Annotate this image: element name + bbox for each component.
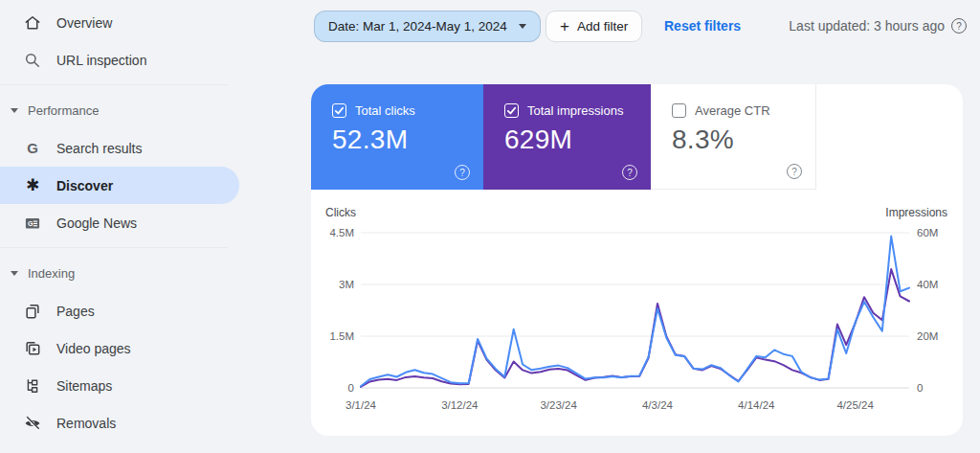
sidebar: Overview URL inspection Performance G Se… [0, 0, 287, 453]
video-pages-icon [23, 339, 42, 358]
sidebar-divider [0, 84, 228, 85]
axis-tick-label: 3M [311, 278, 354, 291]
help-icon[interactable]: ? [787, 164, 802, 179]
performance-panel: Total clicks 52.3M ? Total impressions 6… [311, 84, 963, 436]
chevron-down-icon [519, 24, 526, 29]
sidebar-item-search-results[interactable]: G Search results [0, 129, 287, 167]
sitemaps-icon [23, 376, 42, 396]
sidebar-item-pages[interactable]: Pages [0, 292, 287, 329]
sidebar-item-label: Google News [56, 215, 137, 231]
total-clicks-card[interactable]: Total clicks 52.3M ? [311, 84, 483, 190]
x-axis-tick-label: 3/12/24 [441, 399, 478, 411]
home-icon [23, 13, 42, 33]
x-axis-tick-label: 3/1/24 [345, 399, 376, 411]
axis-tick-label: 4.5M [311, 226, 354, 239]
metric-label: Average CTR [695, 103, 770, 118]
x-axis-tick-label: 3/23/24 [540, 399, 576, 411]
add-filter-button[interactable]: + Add filter [546, 11, 642, 42]
sidebar-item-overview[interactable]: Overview [0, 4, 287, 41]
date-filter-chip[interactable]: Date: Mar 1, 2024-May 1, 2024 [314, 11, 541, 42]
help-icon[interactable]: ? [455, 165, 470, 180]
sidebar-item-label: Search results [56, 141, 142, 156]
removals-icon [23, 414, 42, 433]
sidebar-item-label: URL inspection [56, 53, 146, 68]
sidebar-item-label: Video pages [56, 341, 131, 356]
sidebar-item-label: Overview [56, 15, 112, 31]
sidebar-section-indexing[interactable]: Indexing [0, 254, 287, 292]
reset-filters-link[interactable]: Reset filters [664, 0, 741, 52]
sidebar-item-label: Removals [56, 416, 116, 431]
sidebar-section-performance[interactable]: Performance [0, 91, 287, 129]
last-updated-status: Last updated: 3 hours ago ? [789, 0, 967, 52]
sidebar-item-video-pages[interactable]: Video pages [0, 329, 287, 367]
sidebar-item-sitemaps[interactable]: Sitemaps [0, 367, 287, 404]
series-line-total-clicks[interactable] [361, 237, 909, 387]
last-updated-text: Last updated: 3 hours ago [789, 18, 945, 34]
metric-value: 629M [504, 125, 651, 155]
left-axis-title: Clicks [325, 206, 356, 219]
google-g-icon: G [23, 139, 42, 158]
performance-chart: Clicks Impressions 4.5M3M1.5M0 60M40M20M… [311, 204, 963, 429]
checkbox-unchecked-icon[interactable] [672, 103, 686, 118]
sidebar-divider [0, 247, 228, 248]
metric-label: Total clicks [355, 103, 415, 118]
total-impressions-card[interactable]: Total impressions 629M ? [483, 84, 651, 190]
right-axis-title: Impressions [885, 206, 947, 219]
x-axis-tick-label: 4/3/24 [642, 399, 673, 411]
metric-label: Total impressions [527, 103, 623, 118]
help-icon[interactable]: ? [622, 165, 637, 180]
axis-tick-label: 40M [917, 278, 938, 291]
axis-tick-label: 0 [917, 381, 923, 395]
sidebar-item-label: Sitemaps [56, 378, 112, 394]
average-ctr-card[interactable]: Average CTR 8.3% ? [651, 84, 816, 190]
add-filter-label: Add filter [577, 19, 628, 34]
chevron-down-icon [10, 103, 19, 118]
sidebar-item-removals[interactable]: Removals [0, 404, 287, 442]
sidebar-item-discover[interactable]: ✱ Discover [0, 167, 239, 204]
x-axis-tick-label: 4/14/24 [738, 399, 774, 411]
axis-tick-label: 20M [917, 329, 938, 343]
google-news-icon: G [23, 214, 42, 233]
checkbox-checked-icon[interactable] [332, 103, 346, 118]
help-icon[interactable]: ? [951, 18, 967, 34]
sidebar-section-label: Performance [28, 103, 99, 118]
sidebar-item-label: Discover [56, 178, 113, 193]
sidebar-item-google-news[interactable]: G Google News [0, 204, 287, 241]
checkbox-checked-icon[interactable] [504, 103, 519, 118]
chart-plot-area[interactable] [361, 233, 909, 388]
x-axis-tick-label: 4/25/24 [836, 399, 873, 411]
pages-icon [23, 302, 42, 321]
chevron-down-icon [10, 266, 19, 281]
metric-value: 52.3M [332, 125, 483, 155]
axis-tick-label: 60M [917, 226, 938, 239]
sidebar-section-label: Indexing [28, 266, 75, 281]
series-line-total-impressions[interactable] [361, 269, 909, 387]
metric-value: 8.3% [672, 125, 815, 155]
discover-asterisk-icon: ✱ [23, 176, 42, 195]
search-icon [23, 51, 42, 70]
plus-icon: + [560, 18, 569, 34]
axis-tick-label: 0 [311, 381, 354, 395]
date-filter-label: Date: Mar 1, 2024-May 1, 2024 [328, 19, 507, 34]
sidebar-item-url-inspection[interactable]: URL inspection [0, 41, 287, 79]
sidebar-item-label: Pages [56, 304, 95, 319]
svg-text:G: G [28, 219, 33, 227]
axis-tick-label: 1.5M [311, 329, 354, 343]
